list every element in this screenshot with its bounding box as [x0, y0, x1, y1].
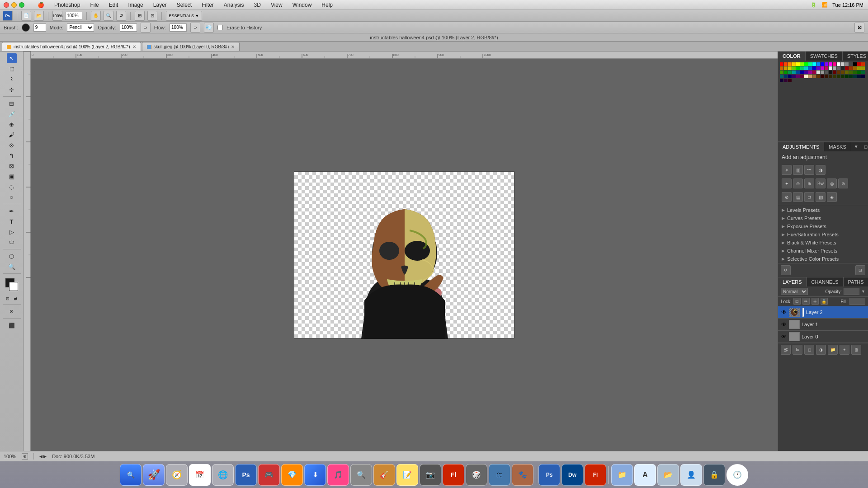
tool-heal[interactable]: ⊕ — [7, 119, 17, 129]
swatch[interactable] — [829, 66, 832, 70]
layer-eye-layer1[interactable]: 👁 — [781, 321, 787, 328]
swatch[interactable] — [812, 62, 816, 66]
swatch[interactable] — [833, 66, 836, 70]
swatch[interactable] — [800, 75, 804, 78]
dock-user[interactable]: 👤 — [680, 464, 702, 486]
blend-mode-select[interactable]: Normal Dissolve Multiply Screen — [781, 288, 808, 295]
swatch[interactable] — [821, 75, 824, 78]
screen-mode-btn[interactable]: ⬛ — [7, 320, 17, 330]
zoom-input[interactable] — [65, 12, 82, 20]
swatch[interactable] — [833, 75, 836, 78]
dock-paw[interactable]: 🐾 — [512, 464, 533, 486]
swatch[interactable] — [800, 66, 804, 70]
erase-history-checkbox[interactable] — [217, 25, 223, 30]
default-colors-btn[interactable]: ⊡ — [4, 295, 11, 302]
essentials-btn[interactable]: ESSENTIALS ▼ — [166, 11, 202, 21]
swatch[interactable] — [821, 62, 824, 66]
menu-file[interactable]: File — [88, 1, 100, 9]
swatch[interactable] — [788, 66, 792, 70]
dock-camera[interactable]: 📷 — [420, 464, 441, 486]
tab-paths[interactable]: PATHS — [844, 277, 868, 286]
swatch[interactable] — [849, 66, 853, 70]
swatch[interactable] — [780, 62, 783, 66]
swatch[interactable] — [829, 75, 832, 78]
swatch[interactable] — [837, 70, 840, 74]
swatch[interactable] — [845, 75, 849, 78]
dock-safari[interactable]: 🧭 — [166, 464, 188, 486]
layer-new-btn[interactable]: + — [840, 345, 849, 355]
swatch[interactable] — [792, 62, 796, 66]
zoom-btn[interactable]: 100% — [52, 11, 62, 21]
brush-size-input[interactable] — [33, 23, 46, 32]
tool-crop[interactable]: ⊟ — [7, 99, 17, 108]
swatch[interactable] — [792, 75, 796, 78]
dock-files[interactable]: 🗂 — [489, 464, 510, 486]
quick-mask-btn[interactable]: ⊙ — [7, 306, 17, 316]
adj-btn-exposure[interactable]: ◑ — [816, 165, 826, 175]
lock-image-btn[interactable]: ✏ — [802, 298, 810, 305]
swatch[interactable] — [825, 70, 828, 74]
swatch[interactable] — [796, 62, 800, 66]
adj-btn-photo-filter[interactable]: ◎ — [827, 178, 837, 188]
swatch[interactable] — [788, 75, 792, 78]
swatch[interactable] — [825, 66, 828, 70]
fill-value-input[interactable]: 100% — [849, 298, 865, 305]
tool-history-brush[interactable]: ↰ — [7, 150, 17, 160]
swatch[interactable] — [845, 70, 849, 74]
layer-adj-btn[interactable]: ◑ — [816, 345, 826, 355]
dock-spotlight[interactable]: 🔍 — [350, 464, 372, 486]
swatch[interactable] — [857, 70, 861, 74]
swatch[interactable] — [788, 70, 792, 74]
menu-filter[interactable]: Filter — [200, 1, 216, 9]
tab-color[interactable]: COLOR — [778, 52, 806, 61]
swatch[interactable] — [804, 66, 808, 70]
dock-dw[interactable]: Dw — [561, 464, 583, 486]
tab-close-skull[interactable]: ✕ — [231, 44, 235, 49]
swatch[interactable] — [841, 62, 844, 66]
tab-adjustments[interactable]: ADJUSTMENTS — [778, 142, 824, 151]
swatch[interactable] — [816, 70, 820, 74]
swatch[interactable] — [780, 75, 783, 78]
flow-pressure-btn[interactable]: ⊃ — [190, 23, 200, 33]
swatch[interactable] — [780, 66, 783, 70]
swatch[interactable] — [784, 70, 788, 74]
swatch[interactable] — [841, 66, 844, 70]
swatch[interactable] — [857, 66, 861, 70]
swatch[interactable] — [788, 62, 792, 66]
preset-hue-sat[interactable]: ▶ Hue/Saturation Presets — [778, 230, 868, 239]
adj-panel-expand[interactable]: ◻ — [861, 142, 868, 151]
layer-eye-layer2[interactable]: 👁 — [781, 309, 787, 315]
open-btn[interactable]: 📂 — [34, 11, 44, 21]
status-navigate-btn[interactable]: ◀ ▶ — [39, 454, 47, 459]
adj-btn-bw[interactable]: Bw — [816, 178, 826, 188]
swatch[interactable] — [816, 66, 820, 70]
menu-view[interactable]: View — [269, 1, 284, 9]
swatch[interactable] — [853, 75, 857, 78]
dock-ps2[interactable]: Ps — [538, 464, 560, 486]
minimize-btn[interactable] — [11, 2, 17, 8]
swatch[interactable] — [861, 70, 865, 74]
tool-gradient[interactable]: ▣ — [7, 171, 17, 181]
swatch[interactable] — [792, 66, 796, 70]
menu-3d[interactable]: 3D — [252, 1, 263, 9]
swatch[interactable] — [825, 75, 828, 78]
tool-clone[interactable]: ⊗ — [7, 140, 17, 150]
swatch[interactable] — [853, 62, 857, 66]
swatch[interactable] — [780, 70, 783, 74]
swatch[interactable] — [853, 70, 857, 74]
menu-photoshop[interactable]: Photoshop — [52, 1, 82, 9]
adj-btn-levels[interactable]: ▥ — [793, 165, 803, 175]
adj-reset-btn[interactable]: ↺ — [781, 265, 791, 275]
swatch[interactable] — [804, 75, 808, 78]
menu-apple[interactable]: 🍎 — [36, 1, 46, 9]
tool-marquee[interactable]: ⬚ — [7, 64, 17, 74]
tool-magic-wand[interactable]: ⊹ — [7, 84, 17, 94]
swatch[interactable] — [784, 62, 788, 66]
swatch[interactable] — [816, 62, 820, 66]
tool-pen[interactable]: ✒ — [7, 206, 17, 216]
tool-text[interactable]: T — [7, 216, 17, 226]
tool-3d[interactable]: ⬡ — [7, 251, 17, 261]
tab-masks[interactable]: MASKS — [824, 142, 851, 151]
dock-folder2[interactable]: 📂 — [657, 464, 679, 486]
swatch[interactable] — [808, 75, 812, 78]
